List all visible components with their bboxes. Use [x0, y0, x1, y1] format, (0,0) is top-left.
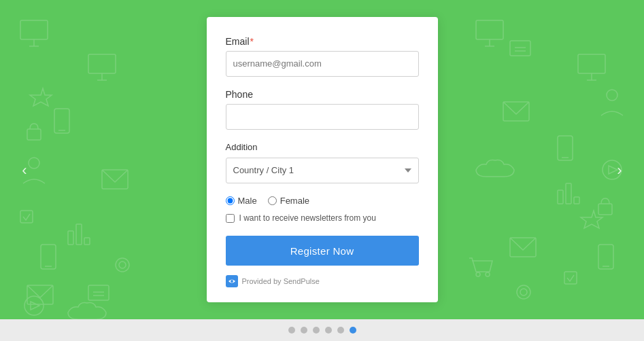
dot-2[interactable] [301, 327, 307, 334]
country-city-select[interactable]: Country / City 1 Country / City 2 Countr… [226, 158, 419, 183]
svg-rect-0 [20, 20, 48, 39]
svg-rect-26 [84, 238, 90, 245]
svg-rect-9 [578, 54, 605, 73]
next-arrow[interactable]: › [607, 158, 632, 183]
pagination-dots [0, 319, 644, 341]
addition-field-group: Addition Country / City 1 Country / City… [226, 142, 419, 183]
female-radio-label[interactable]: Female [268, 196, 309, 206]
newsletter-checkbox[interactable] [226, 214, 235, 223]
svg-marker-36 [581, 211, 603, 228]
newsletter-checkbox-group: I want to receive newsletters from you [226, 213, 419, 224]
register-button[interactable]: Register Now [226, 236, 419, 266]
sendpulse-footer: Provided by SendPulse [226, 275, 419, 287]
registration-card: Email* Phone Addition Country / City 1 C… [207, 17, 438, 303]
svg-rect-38 [20, 211, 33, 223]
phone-field-group: Phone [226, 89, 419, 130]
svg-rect-14 [558, 136, 573, 160]
female-radio[interactable] [268, 196, 277, 205]
svg-point-52 [24, 296, 44, 315]
svg-point-30 [116, 258, 129, 272]
email-input[interactable] [226, 51, 419, 77]
svg-rect-24 [68, 231, 73, 245]
svg-rect-42 [27, 129, 41, 140]
svg-point-41 [486, 272, 490, 276]
email-field-group: Email* [226, 36, 419, 77]
svg-rect-39 [564, 272, 577, 284]
svg-rect-18 [598, 245, 613, 269]
svg-rect-22 [510, 238, 536, 257]
svg-rect-44 [510, 41, 530, 56]
svg-point-40 [476, 272, 480, 276]
dot-1[interactable] [288, 327, 295, 334]
male-radio[interactable] [226, 196, 235, 205]
svg-rect-47 [88, 285, 109, 300]
newsletter-label: I want to receive newsletters from you [239, 213, 376, 224]
dot-5[interactable] [337, 327, 344, 334]
svg-point-31 [119, 262, 126, 268]
dot-3[interactable] [313, 327, 320, 334]
svg-rect-25 [76, 224, 82, 245]
phone-input[interactable] [226, 104, 419, 130]
svg-rect-16 [41, 245, 56, 269]
svg-rect-43 [598, 204, 612, 215]
svg-marker-37 [30, 88, 52, 106]
addition-label: Addition [226, 142, 419, 152]
sendpulse-logo-icon [226, 275, 238, 287]
dot-4[interactable] [325, 327, 332, 334]
dot-6[interactable] [350, 327, 356, 334]
svg-rect-6 [476, 20, 503, 39]
male-radio-label[interactable]: Male [226, 196, 257, 206]
svg-rect-29 [574, 197, 579, 204]
svg-rect-12 [54, 109, 69, 133]
email-label: Email* [226, 36, 419, 47]
svg-marker-53 [31, 302, 39, 310]
svg-rect-23 [27, 285, 53, 304]
prev-arrow[interactable]: ‹ [12, 158, 37, 183]
svg-rect-28 [566, 183, 571, 204]
svg-rect-3 [88, 54, 116, 73]
svg-rect-20 [102, 170, 128, 189]
gender-radio-group: Male Female [226, 196, 419, 206]
svg-rect-27 [558, 190, 563, 204]
svg-rect-21 [503, 102, 529, 121]
svg-point-35 [607, 90, 617, 101]
svg-point-33 [520, 289, 527, 295]
svg-point-55 [231, 280, 233, 283]
svg-point-32 [517, 285, 530, 299]
sendpulse-text: Provided by SendPulse [242, 277, 320, 285]
phone-label: Phone [226, 89, 419, 100]
